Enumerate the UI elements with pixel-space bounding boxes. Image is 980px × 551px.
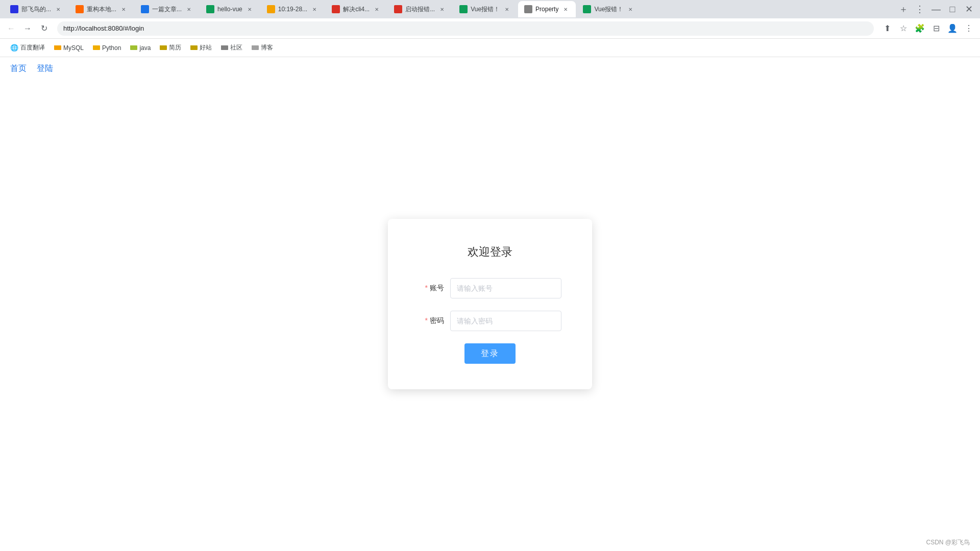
bookmark-label-bk3: Python <box>102 44 121 52</box>
more-tabs-button[interactable]: ⋮ <box>913 2 927 16</box>
bookmark-icon-bk8 <box>252 44 259 52</box>
tab-tab1[interactable]: 部飞鸟的...✕ <box>4 1 68 17</box>
bookmark-label-bk4: java <box>139 44 151 52</box>
nav-bar: ← → ↻ http://localhost:8080/#/login ⬆ ☆ … <box>0 18 980 39</box>
account-input[interactable] <box>450 278 561 298</box>
page-content: 首页 登陆 欢迎登录 *账号 *密码 登录 <box>0 57 980 551</box>
tab-icon-tab1 <box>10 5 18 13</box>
tab-label-tab8: Vue报错！ <box>471 5 500 14</box>
bookmark-bk7[interactable]: 社区 <box>217 41 247 54</box>
tab-icon-tab10 <box>583 5 591 13</box>
tab-label-tab10: Vue报错！ <box>594 5 623 14</box>
tab-icon-tab2 <box>76 5 84 13</box>
profile-button[interactable]: 👤 <box>945 21 960 36</box>
account-form-group: *账号 <box>419 278 561 298</box>
restore-button[interactable]: □ <box>945 2 960 16</box>
bookmark-icon-bk7 <box>221 44 228 52</box>
account-required-star: * <box>425 284 428 292</box>
bookmark-label-bk7: 社区 <box>230 43 242 52</box>
tab-close-tab9[interactable]: ✕ <box>561 5 570 13</box>
login-overlay: 欢迎登录 *账号 *密码 登录 <box>0 57 980 551</box>
bookmark-bk2[interactable]: MySQL <box>50 41 88 54</box>
tab-label-tab5: 10:19-28... <box>278 6 307 13</box>
tab-tab5[interactable]: 10:19-28...✕ <box>261 1 325 17</box>
tab-tab9[interactable]: Property✕ <box>518 1 576 17</box>
password-required-star: * <box>425 316 428 324</box>
tab-bar: 部飞鸟的...✕重构本地...✕一篇文章...✕hello-vue✕10:19-… <box>0 0 980 18</box>
bookmark-label-bk5: 简历 <box>169 43 181 52</box>
bookmark-bk8[interactable]: 博客 <box>248 41 277 54</box>
tab-close-tab7[interactable]: ✕ <box>438 5 446 13</box>
tab-icon-tab9 <box>524 5 532 13</box>
bookmark-label-bk6: 好站 <box>200 43 212 52</box>
tab-label-tab7: 启动报错... <box>405 5 435 14</box>
bookmark-bk5[interactable]: 简历 <box>156 41 185 54</box>
password-form-group: *密码 <box>419 311 561 331</box>
tab-icon-tab8 <box>459 5 468 13</box>
bookmark-icon-bk5 <box>160 44 167 52</box>
tab-close-tab1[interactable]: ✕ <box>54 5 62 13</box>
new-tab-button[interactable]: ＋ <box>896 2 911 16</box>
login-btn-row: 登录 <box>419 343 561 364</box>
bookmark-bk6[interactable]: 好站 <box>186 41 216 54</box>
share-button[interactable]: ⬆ <box>880 21 894 36</box>
tab-tab4[interactable]: hello-vue✕ <box>200 1 260 17</box>
account-label: *账号 <box>419 284 444 293</box>
tab-close-tab2[interactable]: ✕ <box>119 5 128 13</box>
tab-icon-tab6 <box>332 5 340 13</box>
password-input[interactable] <box>450 311 561 331</box>
bookmark-label-bk2: MySQL <box>63 44 84 52</box>
split-view-button[interactable]: ⊟ <box>929 21 943 36</box>
tab-label-tab6: 解决cli4... <box>343 5 370 14</box>
bookmark-label-bk8: 博客 <box>261 43 273 52</box>
address-bar[interactable]: http://localhost:8080/#/login <box>57 21 874 36</box>
tab-tab8[interactable]: Vue报错！✕ <box>453 1 517 17</box>
tab-label-tab9: Property <box>535 6 558 13</box>
minimize-button[interactable]: — <box>929 2 943 16</box>
tab-icon-tab3 <box>141 5 149 13</box>
bookmark-icon-bk4 <box>130 44 137 52</box>
reload-button[interactable]: ↻ <box>37 21 51 36</box>
tab-tab7[interactable]: 启动报错...✕ <box>388 1 452 17</box>
nav-right: ⬆ ☆ 🧩 ⊟ 👤 ⋮ <box>880 21 976 36</box>
bookmark-label-bk1: 百度翻译 <box>20 43 45 52</box>
tab-icon-tab5 <box>267 5 275 13</box>
tab-label-tab1: 部飞鸟的... <box>21 5 51 14</box>
close-button[interactable]: ✕ <box>962 2 976 16</box>
tab-close-tab8[interactable]: ✕ <box>503 5 511 13</box>
address-url: http://localhost:8080/#/login <box>63 24 144 32</box>
tab-icon-tab4 <box>206 5 214 13</box>
forward-button[interactable]: → <box>20 21 35 36</box>
bookmark-icon-bk1: 🌐 <box>10 44 18 52</box>
login-title: 欢迎登录 <box>419 244 561 260</box>
tab-actions: ＋ ⋮ — □ ✕ <box>896 2 976 16</box>
tab-tab6[interactable]: 解决cli4...✕ <box>326 1 387 17</box>
menu-button[interactable]: ⋮ <box>962 21 976 36</box>
tab-tab10[interactable]: Vue报错！✕ <box>577 1 641 17</box>
login-card: 欢迎登录 *账号 *密码 登录 <box>388 219 592 389</box>
tab-close-tab6[interactable]: ✕ <box>373 5 381 13</box>
browser-chrome: 部飞鸟的...✕重构本地...✕一篇文章...✕hello-vue✕10:19-… <box>0 0 980 57</box>
password-label: *密码 <box>419 316 444 325</box>
tab-icon-tab7 <box>394 5 402 13</box>
bookmark-bk3[interactable]: Python <box>89 41 125 54</box>
login-button[interactable]: 登录 <box>464 343 516 364</box>
tab-close-tab5[interactable]: ✕ <box>310 5 318 13</box>
bookmark-bk1[interactable]: 🌐百度翻译 <box>6 41 49 54</box>
tab-label-tab3: 一篇文章... <box>152 5 182 14</box>
bookmark-button[interactable]: ☆ <box>896 21 911 36</box>
back-button[interactable]: ← <box>4 21 18 36</box>
bookmark-icon-bk3 <box>93 44 100 52</box>
tab-tab2[interactable]: 重构本地...✕ <box>69 1 134 17</box>
tab-label-tab4: hello-vue <box>217 6 242 13</box>
bookmark-bk4[interactable]: java <box>126 41 155 54</box>
tab-close-tab10[interactable]: ✕ <box>626 5 634 13</box>
extensions-button[interactable]: 🧩 <box>913 21 927 36</box>
bookmarks-bar: 🌐百度翻译MySQLPythonjava简历好站社区博客 <box>0 39 980 57</box>
tab-close-tab4[interactable]: ✕ <box>246 5 254 13</box>
tab-close-tab3[interactable]: ✕ <box>185 5 193 13</box>
bookmark-icon-bk2 <box>54 44 61 52</box>
tab-tab3[interactable]: 一篇文章...✕ <box>135 1 199 17</box>
page-footer: CSDN @彩飞鸟 <box>926 538 970 547</box>
tab-label-tab2: 重构本地... <box>87 5 116 14</box>
